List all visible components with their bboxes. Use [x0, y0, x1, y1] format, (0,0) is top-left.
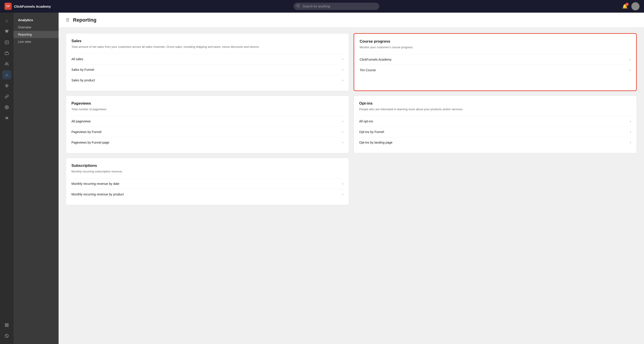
main-layout: ⌂ — [0, 13, 644, 344]
sidebar-item-overview[interactable]: Overview — [14, 24, 58, 31]
app-logo[interactable]: CF ClickFunnels Academy — [4, 3, 51, 10]
svg-rect-15 — [5, 323, 6, 325]
content-area: ☰ Reporting Sales Total amount of net sa… — [58, 13, 644, 344]
top-navigation: CF ClickFunnels Academy 🔔 1 — [0, 0, 644, 13]
chevron-icon: › — [342, 192, 344, 196]
optins-card: Opt-ins People who are interested in lea… — [354, 96, 637, 154]
chevron-icon: › — [342, 130, 344, 134]
search-input[interactable] — [294, 3, 379, 10]
pageviews-link-funnel-page[interactable]: Pageviews by Funnel page › — [72, 137, 344, 148]
nav-products-button[interactable] — [2, 49, 11, 58]
svg-line-20 — [6, 335, 8, 337]
subscriptions-link-product[interactable]: Monthly recurring revenue by product › — [72, 189, 344, 199]
nav-settings-button[interactable] — [2, 103, 11, 112]
chevron-icon: › — [342, 78, 344, 82]
sales-link-all[interactable]: All sales › — [72, 54, 344, 64]
hamburger-button[interactable]: ☰ — [66, 18, 70, 23]
pageviews-card-desc: Total number of pageviews. — [72, 107, 344, 112]
pageviews-link-funnel[interactable]: Pageviews by Funnel › — [72, 126, 344, 137]
pageviews-card: Pageviews Total number of pageviews. All… — [66, 96, 349, 154]
svg-point-14 — [6, 107, 8, 108]
subscriptions-card-desc: Monthly recurring subscription revenue. — [72, 169, 344, 174]
sales-card-title: Sales — [72, 39, 344, 43]
app-name: ClickFunnels Academy — [14, 5, 51, 8]
nav-ai-button[interactable]: Ⅿ — [2, 114, 11, 123]
svg-point-0 — [297, 5, 299, 7]
secondary-sidebar: Analytics Overview Reporting Live view — [14, 13, 58, 344]
topnav-right: 🔔 1 — [622, 2, 640, 10]
svg-rect-18 — [7, 325, 8, 327]
sidebar-item-liveview[interactable]: Live view — [14, 38, 58, 45]
chevron-icon: › — [342, 182, 344, 186]
optins-link-all[interactable]: All opt-ins › — [359, 116, 631, 126]
chevron-icon: › — [630, 119, 631, 123]
search-icon — [296, 4, 300, 9]
svg-rect-8 — [5, 52, 8, 55]
optins-link-funnel[interactable]: Opt-ins by Funnel › — [359, 126, 631, 137]
chevron-icon: › — [342, 68, 344, 72]
svg-rect-2 — [5, 30, 8, 31]
chevron-icon: › — [342, 140, 344, 145]
subscriptions-card-title: Subscriptions — [72, 163, 344, 168]
nav-apps-button[interactable] — [2, 320, 11, 329]
course-progress-title: Course progress — [360, 39, 631, 44]
chevron-icon: › — [630, 58, 631, 62]
icon-sidebar: ⌂ — [0, 13, 14, 344]
course-progress-desc: Monitor your customer's course progress. — [360, 45, 631, 50]
nav-help-button[interactable] — [2, 331, 11, 340]
optins-link-landing[interactable]: Opt-ins by landing page › — [359, 137, 631, 148]
nav-home-button[interactable]: ⌂ — [2, 16, 11, 25]
nav-analytics-button[interactable] — [2, 70, 11, 79]
sales-card: Sales Total amount of net sales from you… — [66, 33, 349, 91]
page-header: ☰ Reporting — [58, 13, 644, 28]
search-area — [54, 3, 618, 10]
course-link-tim[interactable]: Tim Course › — [360, 65, 631, 75]
chevron-icon: › — [630, 130, 631, 134]
nav-funnel-button[interactable] — [2, 27, 11, 36]
svg-rect-5 — [5, 41, 8, 44]
pageviews-card-title: Pageviews — [72, 101, 344, 106]
nav-affiliate-button[interactable] — [2, 92, 11, 101]
chevron-icon: › — [342, 119, 344, 123]
svg-point-9 — [6, 63, 7, 64]
nav-crm-button[interactable] — [2, 60, 11, 69]
course-progress-card: Course progress Monitor your customer's … — [354, 33, 637, 91]
optins-card-title: Opt-ins — [359, 101, 631, 106]
cards-container: Sales Total amount of net sales from you… — [58, 28, 644, 211]
chevron-icon: › — [630, 68, 631, 72]
sales-card-desc: Total amount of net sales from your cust… — [72, 45, 344, 49]
optins-card-desc: People who are interested in learning mo… — [359, 107, 631, 112]
nav-automation-button[interactable] — [2, 81, 11, 90]
chevron-icon: › — [342, 57, 344, 61]
svg-rect-4 — [6, 32, 8, 33]
svg-rect-16 — [7, 323, 8, 325]
subscriptions-card: Subscriptions Monthly recurring subscrip… — [66, 158, 349, 205]
sales-link-funnel[interactable]: Sales by Funnel › — [72, 64, 344, 75]
sales-link-product[interactable]: Sales by product › — [72, 75, 344, 85]
course-link-academy[interactable]: ClickFunnels Academy › — [360, 54, 631, 65]
chevron-icon: › — [630, 140, 631, 145]
sidebar-section-analytics[interactable]: Analytics — [14, 16, 58, 24]
notification-button[interactable]: 🔔 1 — [622, 4, 628, 9]
svg-marker-13 — [5, 84, 8, 88]
nav-contacts-button[interactable] — [2, 38, 11, 47]
svg-line-1 — [299, 7, 300, 7]
svg-rect-3 — [6, 31, 8, 32]
subscriptions-link-date[interactable]: Monthly recurring revenue by date › — [72, 178, 344, 189]
pageviews-link-all[interactable]: All pageviews › — [72, 116, 344, 126]
page-title: Reporting — [73, 17, 96, 23]
sidebar-item-reporting[interactable]: Reporting — [14, 31, 58, 38]
avatar[interactable] — [632, 2, 640, 10]
logo-icon: CF — [4, 3, 12, 10]
svg-rect-17 — [5, 325, 6, 327]
notification-badge: 1 — [626, 3, 629, 6]
